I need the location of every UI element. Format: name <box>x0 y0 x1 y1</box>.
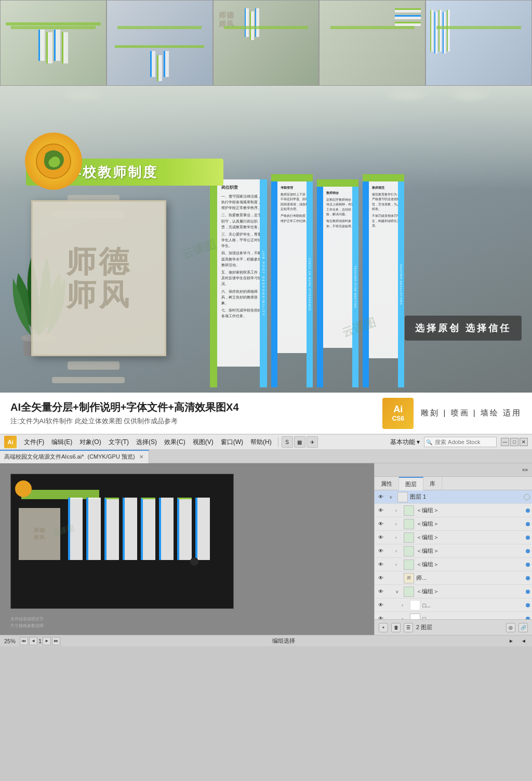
menu-type[interactable]: 文字(T) <box>105 437 132 448</box>
cloud-deco-4 <box>52 377 125 383</box>
layer-dot-2 <box>526 509 530 513</box>
layer-link-button[interactable]: 🔗 <box>518 623 528 632</box>
layer-dot-9 <box>526 603 530 607</box>
nav-next-button[interactable]: ► <box>43 637 51 645</box>
hero-section: 学校教师制度 师德 师风 <box>0 86 532 393</box>
layer-row-2[interactable]: 👁 › ＜编组＞ <box>375 504 532 517</box>
menu-view[interactable]: 视图(V) <box>190 437 217 448</box>
canvas-info-text: 文件信息说明文字 尺寸规格参数说明 <box>10 616 44 630</box>
thumbnail-2[interactable] <box>107 0 213 86</box>
mini-panel-1 <box>68 498 83 560</box>
new-layer-button[interactable]: + <box>379 623 388 632</box>
panel-collapse-icon[interactable]: «» <box>522 467 528 473</box>
product-subtitle: 注:文件为AI软件制作 此处立体效果图 仅供制作成品参考 <box>10 416 239 426</box>
menu-select[interactable]: 选择(S) <box>133 437 160 448</box>
minimize-button[interactable]: — <box>501 438 509 446</box>
layer-arrow-1[interactable]: ∨ <box>389 494 395 500</box>
delete-layer-button[interactable]: 🗑 <box>391 623 401 632</box>
layer-arrow-5[interactable]: › <box>395 549 402 554</box>
layer-eye-4[interactable]: 👁 <box>377 533 385 542</box>
status-expand-button[interactable]: ◄ <box>520 637 528 645</box>
layer-row-3[interactable]: 👁 › ＜编组＞ <box>375 517 532 531</box>
layer-row-main[interactable]: 👁 ∨ 图层 1 <box>375 490 532 504</box>
layer-name-9: □... <box>422 602 524 608</box>
nav-first-button[interactable]: ⏮ <box>20 637 28 645</box>
toolbar-icon-2[interactable]: ▦ <box>294 436 305 448</box>
layer-name-6: ＜编组＞ <box>416 561 524 568</box>
ai-canvas: 师德师风 云课图 <box>10 474 234 609</box>
toolbar-icon-1[interactable]: S <box>282 436 293 448</box>
layer-row-5[interactable]: 👁 › ＜编组＞ <box>375 544 532 558</box>
layer-name-2: ＜编组＞ <box>416 506 524 514</box>
thumbnail-5[interactable] <box>425 0 532 86</box>
menu-object[interactable]: 对象(O) <box>76 437 104 448</box>
layer-arrow-6[interactable]: › <box>395 562 402 567</box>
thumbnail-3[interactable]: 师德师风 <box>213 0 320 86</box>
layer-dot-4 <box>526 536 530 540</box>
layer-eye-1[interactable]: 👁 <box>377 493 385 501</box>
layer-eye-9[interactable]: 👁 <box>377 601 385 609</box>
panel-tabs: 属性 图层 库 <box>375 477 532 490</box>
layer-arrow-2[interactable]: › <box>395 508 402 513</box>
tab-bar: 高端校园文化墙源文件AIcs6.ai* (CMYK/GPU 预览) ✕ <box>0 450 532 463</box>
layer-row-7[interactable]: 👁 师 师... <box>375 571 532 585</box>
layer-row-9[interactable]: 👁 › □... <box>375 598 532 612</box>
nav-prev-button[interactable]: ◄ <box>29 637 37 645</box>
edit-mode-display: 编组选择 <box>64 637 503 645</box>
menu-help[interactable]: 帮助(H) <box>247 437 275 448</box>
layer-eye-6[interactable]: 👁 <box>377 561 385 569</box>
layer-arrow-9[interactable]: › <box>402 603 408 608</box>
layer-eye-2[interactable]: 👁 <box>377 506 385 515</box>
layer-name-10: □... <box>422 616 524 620</box>
layer-row-10[interactable]: 👁 › □... <box>375 612 532 619</box>
menu-effect[interactable]: 效果(C) <box>161 437 189 448</box>
layer-row-6[interactable]: 👁 › ＜编组＞ <box>375 558 532 571</box>
layer-name-3: ＜编组＞ <box>416 520 524 528</box>
close-button[interactable]: ✕ <box>520 438 528 446</box>
layer-options-button[interactable]: ☰ <box>404 623 413 632</box>
mini-panel-3 <box>104 498 119 560</box>
layer-row-8[interactable]: 👁 ∨ ＜编组＞ <box>375 585 532 598</box>
info-panels: 岗位职责 一、遵守国家法律法规，执行学校各项规章制度，维护学校正常教学秩序。 二… <box>210 169 532 387</box>
person-silhouette <box>187 562 202 608</box>
layer-thumb-9 <box>410 600 420 610</box>
layer-eye-8[interactable]: 👁 <box>377 588 385 596</box>
menu-file[interactable]: 文件(F) <box>21 437 47 448</box>
layer-arrow-4[interactable]: › <box>395 535 402 540</box>
page-number: 1 <box>38 638 42 644</box>
maximize-button[interactable]: □ <box>510 438 518 446</box>
panel-3: 教师例会 定期召开教师例会，传达上级精神，布置工作任务，总结经验，解决问题。 每… <box>317 179 358 387</box>
mini-panel-7 <box>177 498 192 560</box>
layer-eye-7[interactable]: 👁 <box>377 574 385 582</box>
tab-layers[interactable]: 图层 <box>399 477 423 490</box>
layer-name-7: 师... <box>416 574 524 582</box>
tab-properties[interactable]: 属性 <box>375 477 399 490</box>
thumbnail-1[interactable] <box>0 0 107 86</box>
layer-eye-3[interactable]: 👁 <box>377 520 385 528</box>
workspace-selector[interactable]: 基本功能 ▾ <box>387 437 423 448</box>
nav-last-button[interactable]: ⏭ <box>52 637 60 645</box>
layer-thumb-6 <box>404 559 414 570</box>
stock-search-input[interactable] <box>424 437 497 447</box>
ai-menubar: Ai 文件(F) 编辑(E) 对象(O) 文字(T) 选择(S) 效果(C) 视… <box>0 434 532 450</box>
locate-object-button[interactable]: ◎ <box>506 623 515 632</box>
thumbnail-4[interactable] <box>319 0 425 86</box>
layer-row-4[interactable]: 👁 › ＜编组＞ <box>375 531 532 544</box>
tab-close-button[interactable]: ✕ <box>138 454 144 460</box>
layer-name-8: ＜编组＞ <box>416 588 524 595</box>
layer-thumb-5 <box>404 546 414 556</box>
layer-arrow-3[interactable]: › <box>395 522 402 527</box>
silhouette-head <box>190 557 198 566</box>
layer-eye-10[interactable]: 👁 <box>377 615 385 620</box>
status-arrow-button[interactable]: ► <box>507 637 515 645</box>
menu-window[interactable]: 窗口(W) <box>218 437 246 448</box>
layer-eye-5[interactable]: 👁 <box>377 547 385 555</box>
tab-library[interactable]: 库 <box>423 477 442 490</box>
menu-edit[interactable]: 编辑(E) <box>48 437 75 448</box>
document-tab[interactable]: 高端校园文化墙源文件AIcs6.ai* (CMYK/GPU 预览) ✕ <box>0 450 149 463</box>
mini-panel-5 <box>141 498 155 560</box>
toolbar-icon-3[interactable]: ✈ <box>307 436 318 448</box>
layers-footer: + 🗑 ☰ 2 图层 ◎ 🔗 <box>375 619 532 635</box>
layer-arrow-8[interactable]: ∨ <box>395 589 402 594</box>
canvas-area[interactable]: 师德师风 云课图 文件信息说明文字 尺寸规格参数说明 <box>0 463 374 635</box>
